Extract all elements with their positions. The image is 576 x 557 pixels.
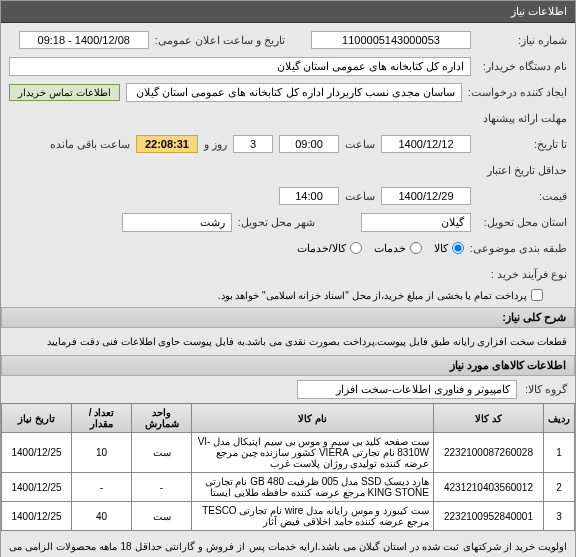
need-no-label: شماره نیاز:: [477, 34, 567, 47]
days-value: 3: [233, 135, 273, 153]
footer-note: اولویت خرید از شرکتهای ثبت شده در استان …: [1, 531, 575, 557]
radio-both[interactable]: کالا/خدمات: [297, 242, 362, 255]
city-label: شهر محل تحویل:: [238, 216, 315, 229]
table-header-row: ردیف کد کالا نام کالا واحد شمارش تعداد /…: [2, 404, 575, 433]
panel-title: اطلاعات نیاز: [1, 1, 575, 23]
cell-code: 2232100087260028: [434, 433, 544, 473]
deadline-date-value: 1400/12/12: [381, 135, 471, 153]
radio-service-input[interactable]: [410, 242, 422, 254]
table-row[interactable]: 12232100087260028ست صفحه کلید بی سیم و م…: [2, 433, 575, 473]
row-credit-values: قیمت: 1400/12/29 ساعت 14:00: [9, 185, 567, 207]
radio-goods-input[interactable]: [452, 242, 464, 254]
cell-date: 1400/12/25: [2, 473, 72, 502]
desc-section-title: شرح کلی نیاز:: [1, 307, 575, 328]
row-location: استان محل تحویل: گیلان شهر محل تحویل: رش…: [9, 211, 567, 233]
th-code: کد کالا: [434, 404, 544, 433]
buyer-value: اداره کل کتابخانه های عمومی استان گیلان: [9, 57, 471, 76]
contact-button[interactable]: اطلاعات تماس خریدار: [9, 84, 120, 101]
category-label: طبقه بندی موضوعی:: [470, 242, 567, 255]
row-deadline: مهلت ارائه پیشنهاد: [9, 107, 567, 129]
main-panel: اطلاعات نیاز شماره نیاز: 110000514300005…: [0, 0, 576, 557]
th-name: نام کالا: [192, 404, 434, 433]
cell-unit: -: [132, 473, 192, 502]
deadline-until-label: تا تاریخ:: [477, 138, 567, 151]
row-process: نوع فرآیند خرید :: [9, 263, 567, 285]
radio-goods-label: کالا: [434, 242, 448, 255]
province-label: استان محل تحویل:: [477, 216, 567, 229]
cell-qty: -: [72, 473, 132, 502]
table-row[interactable]: 32232100952840001ست کیبورد و موس رایانه …: [2, 502, 575, 531]
goods-section-title: اطلاعات کالاهای مورد نیاز: [1, 355, 575, 376]
radio-service[interactable]: خدمات: [374, 242, 422, 255]
goods-table: ردیف کد کالا نام کالا واحد شمارش تعداد /…: [1, 403, 575, 531]
cell-qty: 10: [72, 433, 132, 473]
th-qty: تعداد / مقدار: [72, 404, 132, 433]
cell-code: 4231210403560012: [434, 473, 544, 502]
announce-label: تاریخ و ساعت اعلان عمومی:: [155, 34, 285, 47]
cell-unit: ست: [132, 433, 192, 473]
group-row: گروه کالا: کامپیوتر و فناوری اطلاعات-سخت…: [1, 376, 575, 403]
cell-name: ست کیبورد و موس رایانه مدل wire نام تجار…: [192, 502, 434, 531]
cell-name: ست صفحه کلید بی سیم و موس بی سیم اپتیکال…: [192, 433, 434, 473]
row-credit: حداقل تاریخ اعتبار: [9, 159, 567, 181]
th-date: تاریخ نیاز: [2, 404, 72, 433]
requester-label: ایجاد کننده درخواست:: [468, 86, 567, 99]
group-label: گروه کالا:: [525, 383, 567, 396]
cell-date: 1400/12/25: [2, 502, 72, 531]
panel-body: شماره نیاز: 1100005143000053 تاریخ و ساع…: [1, 23, 575, 307]
remain-label: ساعت باقی مانده: [50, 138, 130, 151]
group-value: کامپیوتر و فناوری اطلاعات-سخت افزار: [297, 380, 517, 399]
th-unit: واحد شمارش: [132, 404, 192, 433]
cell-index: 2: [544, 473, 575, 502]
credit-date-value: 1400/12/29: [381, 187, 471, 205]
row-requester: ایجاد کننده درخواست: ساسان مجدی نسب کارب…: [9, 81, 567, 103]
treasury-checkbox[interactable]: [531, 289, 543, 301]
credit-sub-label: قیمت:: [477, 190, 567, 203]
time-label-2: ساعت: [345, 190, 375, 203]
table-row[interactable]: 24231210403560012هارد دیسک SSD مدل 005 ظ…: [2, 473, 575, 502]
row-buyer: نام دستگاه خریدار: اداره کل کتابخانه های…: [9, 55, 567, 77]
cell-index: 3: [544, 502, 575, 531]
province-value: گیلان: [361, 213, 471, 232]
desc-text: قطعات سخت افزاری رایانه طبق فایل پیوست.پ…: [1, 328, 575, 355]
days-label: روز و: [204, 138, 227, 151]
cell-date: 1400/12/25: [2, 433, 72, 473]
cell-unit: ست: [132, 502, 192, 531]
treasury-note: پرداخت تمام یا بخشی از مبلغ خرید،از محل …: [218, 290, 527, 301]
row-category: طبقه بندی موضوعی: کالا خدمات کالا/خدمات: [9, 237, 567, 259]
countdown-timer: 22:08:31: [136, 135, 198, 153]
announce-value: 1400/12/08 - 09:18: [19, 31, 149, 49]
radio-goods[interactable]: کالا: [434, 242, 464, 255]
buyer-label: نام دستگاه خریدار:: [477, 60, 567, 73]
process-label: نوع فرآیند خرید :: [477, 268, 567, 281]
cell-code: 2232100952840001: [434, 502, 544, 531]
requester-value: ساسان مجدی نسب کاربردار اداره کل کتابخان…: [126, 83, 462, 102]
radio-service-label: خدمات: [374, 242, 406, 255]
cell-name: هارد دیسک SSD مدل 005 ظرفیت GB 480 نام ت…: [192, 473, 434, 502]
row-deadline-values: تا تاریخ: 1400/12/12 ساعت 09:00 3 روز و …: [9, 133, 567, 155]
city-value: رشت: [122, 213, 232, 232]
deadline-time-value: 09:00: [279, 135, 339, 153]
credit-time-value: 14:00: [279, 187, 339, 205]
cell-qty: 40: [72, 502, 132, 531]
category-radio-group: کالا خدمات کالا/خدمات: [297, 242, 464, 255]
deadline-label: مهلت ارائه پیشنهاد: [477, 112, 567, 125]
need-no-value: 1100005143000053: [311, 31, 471, 49]
treasury-checkbox-row: پرداخت تمام یا بخشی از مبلغ خرید،از محل …: [9, 289, 543, 301]
credit-label: حداقل تاریخ اعتبار: [477, 164, 567, 177]
cell-index: 1: [544, 433, 575, 473]
th-index: ردیف: [544, 404, 575, 433]
time-label-1: ساعت: [345, 138, 375, 151]
radio-both-input[interactable]: [350, 242, 362, 254]
radio-both-label: کالا/خدمات: [297, 242, 346, 255]
row-need-no: شماره نیاز: 1100005143000053 تاریخ و ساع…: [9, 29, 567, 51]
